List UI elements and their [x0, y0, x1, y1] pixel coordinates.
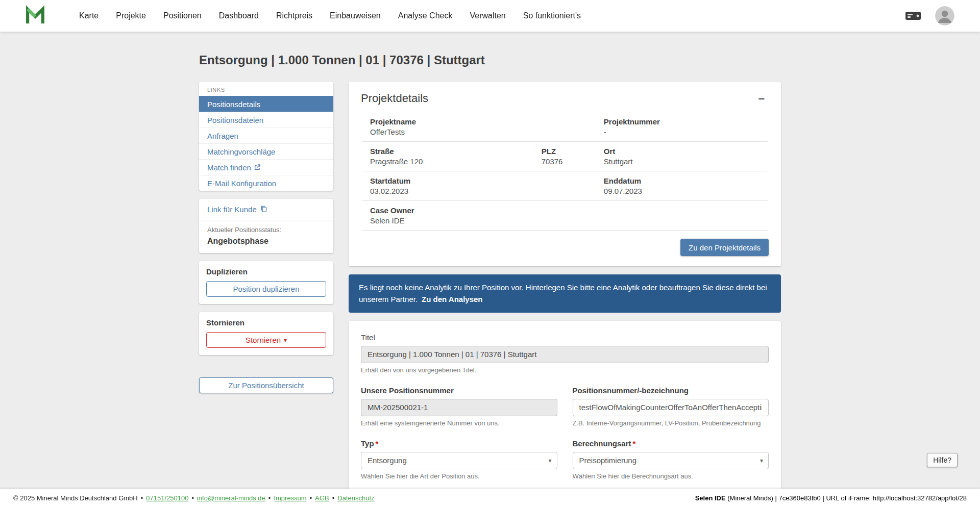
sidebar-item-anfragen[interactable]: Anfragen	[199, 128, 333, 143]
page-title: Entsorgung | 1.000 Tonnen | 01 | 70376 |…	[199, 53, 781, 67]
nav-item-positionen[interactable]: Positionen	[157, 6, 208, 26]
titel-input	[361, 346, 769, 363]
session-details: (Mineral Minds) | 7ce360e83fb0 | URL of …	[726, 494, 967, 502]
typ-label: Typ*	[361, 439, 557, 448]
positionsnummer-helper: Erhält eine systemgenerierte Nummer von …	[361, 419, 557, 427]
status-value: Angebotsphase	[207, 237, 325, 246]
email-link[interactable]: info@mineral-minds.de	[197, 494, 265, 502]
device-icon[interactable]	[904, 10, 922, 22]
caret-down-icon: ▾	[548, 458, 551, 464]
main-nav: Karte Projekte Positionen Dashboard Rich…	[72, 6, 587, 26]
berechnungsart-select[interactable]: Preisoptimierung ▾	[573, 452, 769, 469]
zur-positionsuebersicht-button[interactable]: Zur Positionsübersicht	[199, 377, 333, 393]
nav-item-karte[interactable]: Karte	[72, 6, 105, 26]
berechnungsart-label: Berechnungsart*	[573, 439, 769, 448]
berechnungsart-helper: Wählen Sie hier die Berechnungsart aus.	[573, 472, 769, 480]
nav-item-verwalten[interactable]: Verwalten	[463, 6, 512, 26]
projektname-value: OfferTests	[370, 128, 542, 136]
links-card: LINKS Positionsdetails Positionsdateien …	[199, 82, 333, 191]
impressum-link[interactable]: Impressum	[274, 494, 306, 502]
nav-item-so-funktionierts[interactable]: So funktioniert's	[517, 6, 587, 26]
table-row: Startdatum 03.02.2023 Enddatum 09.07.202…	[362, 171, 768, 201]
duplicate-title: Duplizieren	[206, 267, 326, 276]
footer-session-info: Selen IDE (Mineral Minds) | 7ce360e83fb0…	[695, 494, 967, 502]
datenschutz-link[interactable]: Datenschutz	[337, 494, 374, 502]
nav-item-analyse-check[interactable]: Analyse Check	[391, 6, 459, 26]
cancel-card: Stornieren Stornieren ▾	[199, 312, 333, 355]
required-asterisk: *	[376, 439, 379, 448]
hilfe-button[interactable]: Hilfe?	[927, 453, 958, 467]
positionsnummer-field-group: Unsere Positionsnummer Erhält eine syste…	[361, 386, 557, 427]
required-asterisk: *	[633, 439, 636, 448]
projektnummer-value: -	[604, 128, 760, 136]
external-link-icon	[254, 163, 260, 172]
enddatum-value: 09.07.2023	[604, 187, 760, 195]
table-row: Straße Pragstraße 120 PLZ 70376 Ort Stut…	[362, 142, 768, 171]
titel-label: Titel	[361, 333, 769, 342]
session-user: Selen IDE	[695, 494, 726, 502]
sidebar-item-positionsdateien[interactable]: Positionsdateien	[199, 112, 333, 128]
caret-down-icon: ▾	[760, 458, 763, 464]
nav-item-einbauweisen[interactable]: Einbauweisen	[323, 6, 387, 26]
customer-link-card: Link für Kunde Aktueller Positionsstatus…	[199, 199, 333, 253]
titel-helper: Erhält den von uns vorgegebenen Titel.	[361, 366, 769, 374]
mineral-minds-logo-icon[interactable]	[24, 5, 46, 27]
position-duplizieren-button[interactable]: Position duplizieren	[206, 281, 326, 297]
caret-down-icon: ▾	[284, 337, 287, 343]
zu-den-analysen-link[interactable]: Zu den Analysen	[422, 295, 482, 303]
ort-value: Stuttgart	[604, 157, 760, 166]
position-form-card: Titel Erhält den von uns vorgegebenen Ti…	[349, 321, 781, 507]
agb-link[interactable]: AGB	[315, 494, 329, 502]
startdatum-label: Startdatum	[370, 176, 542, 185]
collapse-projektdetails-button[interactable]: –	[754, 92, 769, 105]
sidebar-item-match-finden[interactable]: Match finden	[199, 159, 333, 175]
sidebar: LINKS Positionsdetails Positionsdateien …	[199, 82, 333, 393]
sidebar-item-matchingvorschlaege[interactable]: Matchingvorschläge	[199, 143, 333, 159]
analytics-info-banner: Es liegt noch keine Analytik zu Ihrer Po…	[349, 274, 781, 313]
typ-select[interactable]: Entsorgung ▾	[361, 452, 557, 469]
nav-item-dashboard[interactable]: Dashboard	[212, 6, 265, 26]
copyright-text: © 2025 Mineral Minds Deutschland GmbH	[13, 494, 138, 502]
stornieren-button[interactable]: Stornieren ▾	[206, 332, 326, 348]
plz-label: PLZ	[542, 147, 604, 156]
zu-den-projektdetails-button[interactable]: Zu den Projektdetails	[680, 239, 769, 256]
enddatum-label: Enddatum	[604, 176, 760, 185]
berechnungsart-field-group: Berechnungsart* Preisoptimierung ▾ Wähle…	[573, 439, 769, 480]
duplicate-card: Duplizieren Position duplizieren	[199, 261, 333, 304]
positionsnummer-label: Unsere Positionsnummer	[361, 386, 557, 395]
bezeichnung-label: Positionsnummer/-bezeichnung	[573, 386, 769, 395]
positionsnummer-input	[361, 399, 557, 416]
case-owner-value: Selen IDE	[370, 216, 542, 225]
link-fuer-kunde-link[interactable]: Link für Kunde	[199, 199, 333, 220]
bezeichnung-input[interactable]	[573, 399, 769, 416]
copy-icon	[260, 205, 267, 214]
table-row: Projektname OfferTests Projektnummer -	[362, 112, 768, 142]
typ-field-group: Typ* Entsorgung ▾ Wählen Sie hier die Ar…	[361, 439, 557, 480]
project-details-table: Projektname OfferTests Projektnummer - S…	[362, 112, 768, 231]
nav-item-richtpreis[interactable]: Richtpreis	[270, 6, 319, 26]
bezeichnung-helper: Z.B. Interne-Vorgangsnummer, LV-Position…	[573, 419, 769, 427]
titel-field-group: Titel Erhält den von uns vorgegebenen Ti…	[361, 333, 769, 374]
sidebar-item-positionsdetails[interactable]: Positionsdetails	[199, 96, 333, 112]
nav-right	[904, 6, 954, 26]
sidebar-item-email-konfiguration[interactable]: E-Mail Konfiguration	[199, 175, 333, 191]
projektname-label: Projektname	[370, 117, 542, 126]
projektdetails-title: Projektdetails	[361, 92, 428, 105]
case-owner-label: Case Owner	[370, 206, 542, 215]
footer: © 2025 Mineral Minds Deutschland GmbH • …	[0, 489, 980, 507]
projektnummer-label: Projektnummer	[604, 117, 760, 126]
page-content: Entsorgung | 1.000 Tonnen | 01 | 70376 |…	[199, 0, 781, 507]
table-row: Case Owner Selen IDE	[362, 201, 768, 231]
nav-item-projekte[interactable]: Projekte	[109, 6, 153, 26]
status-label: Aktueller Positionsstatus:	[207, 226, 325, 234]
footer-left: © 2025 Mineral Minds Deutschland GmbH • …	[13, 494, 375, 502]
avatar[interactable]	[935, 6, 954, 26]
startdatum-value: 03.02.2023	[370, 187, 542, 195]
top-nav: Karte Projekte Positionen Dashboard Rich…	[0, 0, 980, 32]
ort-label: Ort	[604, 147, 760, 156]
strasse-value: Pragstraße 120	[370, 157, 542, 166]
links-label: LINKS	[199, 82, 333, 96]
banner-text: Es liegt noch keine Analytik zu Ihrer Po…	[359, 283, 767, 303]
phone-link[interactable]: 07151/250100	[146, 494, 188, 502]
main-column: Projektdetails – Projektname OfferTests …	[349, 82, 781, 507]
